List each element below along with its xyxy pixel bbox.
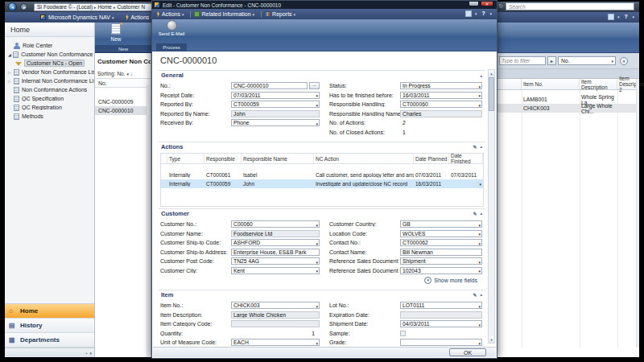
- filter-expand-icon[interactable]: ▾: [620, 57, 628, 65]
- new-button[interactable]: New: [98, 23, 134, 44]
- refresh-icon[interactable]: ↻: [498, 3, 503, 10]
- section-header-actions[interactable]: Actions ✎▴: [159, 142, 485, 151]
- edit-icon[interactable]: ✎: [473, 211, 477, 216]
- column-header-item-description-2[interactable]: Item Description 2: [617, 79, 644, 89]
- item-no-field[interactable]: CHICK003: [231, 302, 320, 309]
- contact-no-field[interactable]: CT000062: [400, 239, 482, 246]
- edit-icon[interactable]: ✎: [473, 144, 477, 150]
- sidebar-item-vendor-nc-list[interactable]: ▷ Vendor Non Conformance List: [5, 68, 94, 76]
- minimize-button[interactable]: [469, 1, 479, 6]
- column-header-date-planned[interactable]: Date Planned: [414, 154, 449, 163]
- sorting-bar[interactable]: Sorting: No. ▾ ↓: [95, 69, 151, 78]
- table-row[interactable]: Internally CT000059 John Investigate and…: [161, 179, 483, 188]
- sidebar-item-role-center[interactable]: Role Center: [5, 41, 94, 50]
- collapse-section-icon[interactable]: ▴: [480, 73, 482, 78]
- sort-ascending-icon[interactable]: ↓: [130, 72, 133, 76]
- scroll-up-icon[interactable]: ▲: [489, 70, 494, 76]
- customer-shipto-code-field[interactable]: ASHFORD: [231, 239, 320, 246]
- home-button[interactable]: ⌂ Home: [5, 304, 94, 319]
- list-item[interactable]: CNC-0000009: [95, 97, 151, 106]
- column-header-item-no[interactable]: Item No.: [522, 79, 580, 89]
- view-selector-icon[interactable]: [608, 14, 614, 20]
- breadcrumb-segment[interactable]: SI Foodware © - (Local): [37, 4, 93, 10]
- collapse-section-icon[interactable]: ▴: [480, 292, 482, 298]
- ok-button[interactable]: OK: [449, 348, 486, 356]
- help-icon[interactable]: [480, 10, 486, 17]
- table-row[interactable]: CHICK003 Large Whole Chi...: [496, 104, 639, 113]
- item-table-scrollbar[interactable]: [636, 79, 639, 348]
- column-header-nc-action[interactable]: NC Action: [314, 154, 414, 163]
- no-field[interactable]: CNC-0000010: [231, 82, 308, 89]
- show-more-fields-link[interactable]: ▾ Show more fields: [329, 275, 482, 285]
- filter-input[interactable]: [499, 56, 546, 65]
- finish-before-field[interactable]: 16/03/2011: [400, 92, 482, 99]
- back-icon[interactable]: [8, 2, 17, 11]
- customer-shipto-address-field[interactable]: Enterprise House, ES&B Park: [231, 249, 320, 256]
- assist-edit-button[interactable]: [309, 82, 320, 89]
- list-actions-menu[interactable]: Actions ▾: [130, 14, 152, 20]
- table-row[interactable]: LAMB001 Whole Spring La...: [496, 95, 639, 104]
- reference-sales-doc-type-field[interactable]: Shipment: [400, 257, 482, 265]
- table-row[interactable]: Internally CT000061 Isabel Call customer…: [161, 171, 483, 179]
- lot-no-field[interactable]: LOT0111: [400, 302, 482, 309]
- breadcrumb-segment[interactable]: Customer N: [117, 4, 145, 10]
- responsible-handling-field[interactable]: CT000060: [400, 101, 482, 108]
- section-header-item[interactable]: Item ✎▴: [159, 290, 485, 299]
- filter-field-dropdown[interactable]: No.: [558, 56, 616, 65]
- history-button[interactable]: ▤ History: [5, 319, 94, 333]
- reference-sales-doc-no-field[interactable]: 102043: [400, 267, 482, 274]
- list-item[interactable]: CNC-0000010: [95, 106, 151, 115]
- dialog-reports-menu[interactable]: Reports ▾: [272, 11, 295, 17]
- section-header-general[interactable]: General ▴: [159, 70, 485, 80]
- customer-no-field[interactable]: C00060: [231, 220, 320, 228]
- collapsed-arrow-icon[interactable]: ▷: [8, 79, 14, 84]
- list-scrollbar[interactable]: [147, 85, 151, 357]
- search-input[interactable]: [506, 2, 634, 10]
- breadcrumb-segment[interactable]: Home: [98, 4, 112, 10]
- reported-by-field[interactable]: CT000059: [231, 101, 320, 108]
- help-icon[interactable]: [622, 14, 629, 20]
- column-header-responsible[interactable]: Responsible: [204, 154, 242, 163]
- app-menu-dynamics-nav[interactable]: Microsoft Dynamics NAV ▾: [48, 14, 114, 20]
- breadcrumb[interactable]: SI Foodware © - (Local) Home Customer N: [34, 3, 156, 11]
- dialog-titlebar[interactable]: Edit - Customer Non Conformance - CNC-00…: [152, 1, 497, 9]
- column-header-item-description[interactable]: Item Description: [580, 79, 617, 89]
- chevron-down-icon[interactable]: ▾: [89, 351, 92, 356]
- pane-options-icon[interactable]: ▪: [86, 351, 88, 356]
- sidebar-item-nc-actions[interactable]: Non Conformance Actions: [5, 85, 94, 94]
- dialog-actions-menu[interactable]: Actions ▾: [162, 11, 184, 17]
- receipt-date-field[interactable]: 07/03/2011: [231, 92, 320, 99]
- customer-post-code-field[interactable]: TN25 4AG: [231, 257, 320, 265]
- contact-name-field[interactable]: Bill Newman: [400, 249, 482, 256]
- scroll-down-icon[interactable]: ▼: [489, 336, 494, 343]
- collapse-section-icon[interactable]: ▴: [480, 144, 482, 150]
- status-field[interactable]: In Progress: [400, 82, 482, 89]
- column-header-responsible-name[interactable]: Responsible Name: [242, 154, 314, 163]
- customer-city-field[interactable]: Kent: [231, 267, 320, 274]
- quantity-field[interactable]: 1: [231, 330, 320, 337]
- sidebar-item-customer-ncs-open[interactable]: Customer NCs - Open: [5, 59, 94, 68]
- close-button[interactable]: ×: [481, 1, 493, 6]
- filter-go-icon[interactable]: ▸: [547, 56, 556, 65]
- forward-icon[interactable]: [20, 3, 27, 10]
- received-by-field[interactable]: Phone: [231, 119, 320, 126]
- sidebar-item-methods[interactable]: Methods: [5, 112, 94, 121]
- sidebar-item-internal-nc-list[interactable]: ▷ Internal Non Conformance List: [5, 76, 94, 85]
- sidebar-item-qc-specification[interactable]: QC Specification: [5, 94, 94, 103]
- dialog-scrollbar[interactable]: ▲ ▼: [488, 69, 495, 343]
- column-header-type[interactable]: Type: [167, 154, 204, 163]
- sorting-field[interactable]: No.: [117, 71, 125, 76]
- edit-icon[interactable]: ✎: [473, 292, 477, 298]
- departments-button[interactable]: ▦ Departments: [5, 333, 94, 348]
- grade-field[interactable]: [400, 339, 482, 346]
- sidebar-item-customer-nc-list[interactable]: ◢ Customer Non Conformance List: [5, 50, 94, 59]
- column-header-date-finished[interactable]: Date Finished: [449, 154, 483, 163]
- send-email-button[interactable]: Send E-Mail: [156, 20, 187, 43]
- shipment-date-field[interactable]: 04/03/2011: [400, 320, 482, 327]
- collapsed-arrow-icon[interactable]: ▷: [8, 70, 14, 75]
- collapse-section-icon[interactable]: ▴: [480, 211, 482, 216]
- section-header-customer[interactable]: Customer ✎▴: [159, 208, 485, 218]
- sidebar-item-qc-registration[interactable]: QC Registration: [5, 103, 94, 112]
- sample-checkbox[interactable]: [400, 331, 406, 336]
- view-selector-icon[interactable]: [465, 10, 472, 17]
